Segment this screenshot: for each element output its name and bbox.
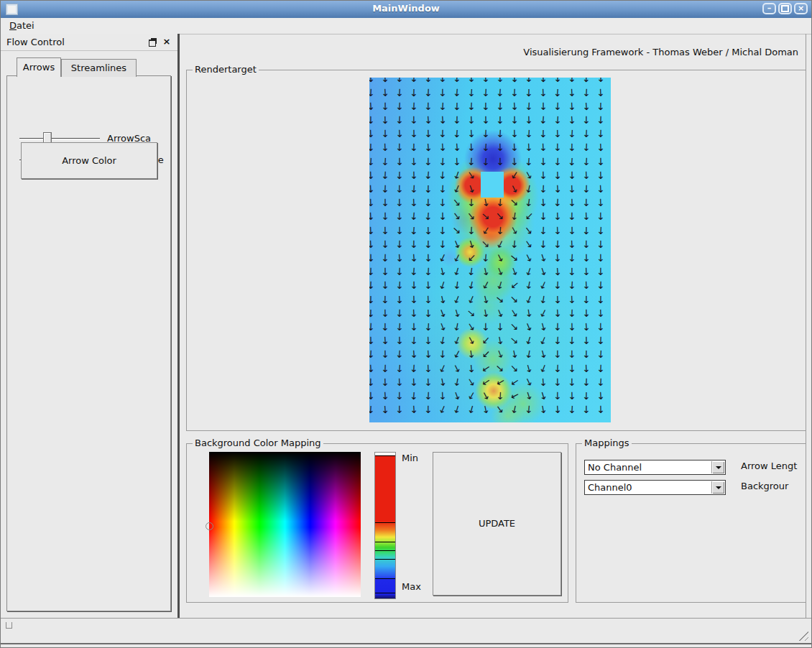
close-button[interactable]: ×	[794, 3, 808, 14]
credit-text: Visualisierung Framework - Thomas Weber …	[523, 47, 798, 57]
group-bcm-title: Background Color Mapping	[193, 438, 323, 448]
arrow-color-button[interactable]: Arrow Color	[21, 142, 157, 179]
menu-bar: Datei	[1, 18, 811, 34]
resize-grip[interactable]	[798, 630, 808, 641]
dock-flow-control: Flow Control × Arrows Streamlines ArrowS…	[1, 34, 177, 618]
status-bar	[1, 619, 812, 644]
dock-float-button[interactable]	[148, 38, 157, 47]
combo-dropdown-button[interactable]	[711, 461, 724, 473]
arrow-scale-slider[interactable]	[19, 138, 100, 140]
combo-selected-value: Channel0	[588, 482, 632, 493]
colorbar-marker[interactable]	[375, 550, 395, 551]
arrow-length-label: Arrow Lengt	[741, 460, 797, 471]
group-rendertarget-title: Rendertarget	[193, 64, 259, 75]
chevron-down-icon	[716, 486, 721, 489]
flow-arrow-field: ↓↓↓↓↓↓↓↓↓↓↓↓↓↓↓↓↓↓↓↓↓↓↓↓↓↓↓↓↓↓↓↓↓↓↓↓↓↓↓↓…	[369, 78, 611, 422]
title-bar[interactable]: MainWindow – ×	[1, 1, 811, 18]
colorbar-marker[interactable]	[375, 593, 395, 593]
minimize-button[interactable]: –	[762, 3, 776, 14]
status-bar-mark	[6, 622, 12, 629]
maximize-button[interactable]	[778, 3, 792, 14]
colorbar-marker[interactable]	[375, 578, 395, 579]
arrows-tab-pane: ArrowSca SamplingDe Arrow Color	[6, 75, 171, 611]
background-combobox[interactable]: Channel0	[584, 480, 726, 495]
update-button[interactable]: UPDATE	[433, 452, 561, 596]
combo-dropdown-button[interactable]	[711, 481, 724, 494]
close-icon: ×	[798, 4, 804, 13]
transfer-function-colorbar[interactable]	[374, 452, 396, 599]
close-icon: ×	[163, 36, 171, 47]
group-mappings-title: Mappings	[582, 438, 632, 448]
maximize-icon	[781, 5, 789, 12]
hsv-color-picker[interactable]	[209, 452, 361, 597]
flow-visualization[interactable]: ↓↓↓↓↓↓↓↓↓↓↓↓↓↓↓↓↓↓↓↓↓↓↓↓↓↓↓↓↓↓↓↓↓↓↓↓↓↓↓↓…	[369, 78, 611, 422]
combo-selected-value: No Channel	[588, 462, 642, 473]
hsv-cursor[interactable]	[206, 522, 213, 530]
main-window: MainWindow – × Datei Flow Control × Arro…	[0, 0, 812, 648]
colorbar-marker[interactable]	[375, 542, 395, 542]
colorbar-max-label: Max	[402, 581, 421, 592]
background-label: Backgrour	[741, 481, 788, 491]
dock-close-button[interactable]: ×	[162, 37, 172, 47]
window-title: MainWindow	[1, 3, 811, 14]
tab-arrows[interactable]: Arrows	[17, 57, 61, 77]
tab-streamlines[interactable]: Streamlines	[61, 59, 137, 77]
dock-header[interactable]: Flow Control ×	[1, 34, 177, 51]
dock-splitter[interactable]	[177, 34, 180, 618]
chevron-down-icon	[716, 466, 721, 469]
colorbar-marker[interactable]	[375, 559, 395, 560]
colorbar-marker[interactable]	[375, 455, 395, 456]
colorbar-marker[interactable]	[375, 522, 395, 523]
arrow-length-combobox[interactable]: No Channel	[584, 460, 726, 475]
menu-item-datei[interactable]: Datei	[6, 19, 37, 32]
colorbar-min-label: Min	[402, 453, 418, 463]
dock-title: Flow Control	[6, 37, 65, 47]
minimize-icon: –	[767, 4, 772, 13]
